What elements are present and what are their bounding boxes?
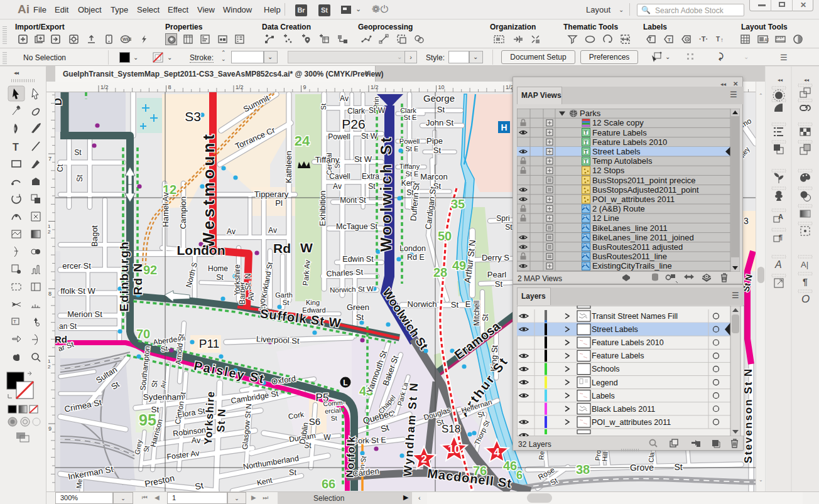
- svg-text:9: 9: [48, 426, 52, 432]
- svg-text:Feature Labels 2010: Feature Labels 2010: [592, 338, 664, 347]
- svg-text:6: 6: [516, 469, 523, 481]
- svg-text:Schools: Schools: [592, 365, 619, 373]
- svg-text:Westmount: Westmount: [199, 131, 218, 248]
- svg-text:St: St: [368, 182, 376, 191]
- svg-text:Av: Av: [340, 94, 349, 103]
- svg-text:BikeLanes_line 2011_joined: BikeLanes_line 2011_joined: [592, 233, 694, 242]
- svg-text:Re: Re: [537, 451, 545, 460]
- svg-text:◂◂: ◂◂: [778, 77, 783, 83]
- svg-text:Clark: Clark: [347, 107, 366, 115]
- svg-text:¶: ¶: [803, 277, 808, 287]
- svg-text:Mont St: Mont St: [340, 196, 366, 205]
- svg-text:E: E: [465, 299, 471, 309]
- svg-text:Av: Av: [333, 182, 342, 191]
- svg-text:Campion: Campion: [178, 196, 188, 229]
- svg-text:Green: Green: [347, 303, 369, 312]
- svg-text:W: W: [300, 240, 313, 255]
- svg-text:King: King: [306, 299, 320, 306]
- svg-text:T: T: [13, 319, 16, 324]
- svg-text:8: 8: [168, 84, 171, 90]
- svg-text:St: St: [481, 314, 490, 321]
- svg-text:Tiffany: Tiffany: [315, 155, 340, 164]
- svg-text:10: 10: [448, 443, 460, 456]
- svg-text:P11: P11: [199, 337, 219, 350]
- svg-text:Feature Labels: Feature Labels: [592, 351, 644, 360]
- svg-text:1: 1: [48, 223, 51, 229]
- svg-text:St: St: [289, 468, 296, 477]
- svg-text:T: T: [668, 37, 671, 43]
- svg-text:◂◂: ◂◂: [804, 77, 809, 83]
- svg-text:T: T: [716, 36, 720, 43]
- svg-text:St: St: [674, 462, 682, 472]
- svg-text:12 Stops: 12 Stops: [592, 166, 625, 175]
- svg-text:St E: St E: [406, 145, 419, 153]
- svg-text:POI_w_attributes 2011: POI_w_attributes 2011: [592, 195, 675, 204]
- svg-text:Edwin St: Edwin St: [342, 255, 374, 264]
- svg-text:Kathleen: Kathleen: [284, 151, 293, 183]
- svg-text:Tiffany: Tiffany: [399, 163, 420, 170]
- svg-text:T: T: [584, 129, 588, 136]
- svg-text:Pl: Pl: [275, 198, 283, 208]
- svg-text:Marcon: Marcon: [420, 172, 447, 181]
- svg-text:St W: St W: [354, 154, 372, 164]
- svg-text:St: St: [356, 313, 364, 322]
- svg-text:St E: St E: [406, 170, 419, 178]
- svg-text:Woolwich St: Woolwich St: [377, 135, 394, 252]
- svg-text:Av: Av: [159, 380, 167, 389]
- svg-text:70: 70: [136, 327, 150, 341]
- svg-text:2: 2: [48, 229, 51, 235]
- svg-text:H: H: [501, 122, 507, 132]
- svg-text:Av: Av: [192, 436, 201, 445]
- svg-text:St: St: [74, 148, 82, 157]
- svg-text:¶: ¶: [779, 233, 783, 241]
- svg-text:Pipe: Pipe: [426, 136, 443, 146]
- svg-text:W: W: [323, 433, 331, 442]
- svg-text:A: A: [774, 259, 782, 270]
- svg-text:Ct: Ct: [56, 164, 65, 172]
- svg-text:St: St: [149, 380, 159, 388]
- svg-text:A1: A1: [764, 38, 769, 42]
- svg-text:Feature Labels 2010: Feature Labels 2010: [592, 137, 667, 147]
- svg-text:Feature Labels: Feature Labels: [592, 128, 647, 137]
- svg-text:A: A: [778, 213, 783, 220]
- svg-text:1: 1: [48, 358, 51, 364]
- svg-text:an St: an St: [59, 322, 77, 331]
- svg-text:Street Labels: Street Labels: [592, 325, 638, 334]
- svg-text:Parks: Parks: [580, 109, 601, 118]
- svg-text:St: St: [437, 105, 445, 114]
- svg-text:T: T: [584, 139, 588, 146]
- svg-text:BikeLanes_line 2011: BikeLanes_line 2011: [592, 223, 668, 233]
- svg-text:T: T: [13, 142, 19, 153]
- svg-text:St W: St W: [361, 132, 378, 141]
- svg-text:12 Line: 12 Line: [592, 213, 619, 223]
- svg-text:Grove: Grove: [630, 463, 654, 473]
- svg-text:Rd E: Rd E: [407, 253, 425, 262]
- svg-text:S6: S6: [309, 416, 320, 427]
- svg-text:66: 66: [322, 477, 335, 491]
- svg-text:St: St: [75, 174, 84, 182]
- svg-text:Mitchell: Mitchell: [472, 301, 481, 326]
- svg-text:Av: Av: [227, 227, 236, 236]
- svg-text:12 Scale copy: 12 Scale copy: [592, 118, 644, 127]
- svg-text:D: D: [55, 98, 64, 105]
- svg-text:St: St: [451, 300, 459, 309]
- svg-text:Powell: Powell: [399, 137, 420, 145]
- svg-text:T: T: [584, 158, 588, 164]
- svg-text:Garth: Garth: [275, 291, 293, 299]
- svg-text:BusStops2011_point precice: BusStops2011_point precice: [592, 176, 696, 185]
- svg-text:BusRoutes2011_line: BusRoutes2011_line: [592, 252, 667, 261]
- svg-text:2: 2: [421, 453, 426, 465]
- svg-text:BusRoutes2011 adjusted: BusRoutes2011 adjusted: [592, 242, 683, 252]
- svg-text:9: 9: [303, 84, 306, 90]
- svg-text:P26: P26: [342, 117, 365, 131]
- svg-text:10: 10: [438, 84, 445, 90]
- svg-text:3: 3: [744, 216, 749, 226]
- svg-text:POI_w_attributes 2011: POI_w_attributes 2011: [592, 418, 671, 427]
- svg-text:ExistingCityTrails_line: ExistingCityTrails_line: [592, 261, 672, 271]
- svg-text:L: L: [343, 378, 347, 387]
- svg-text:Street Labels: Street Labels: [592, 147, 641, 156]
- svg-text:St: St: [283, 299, 289, 306]
- svg-text:St: St: [433, 146, 442, 155]
- svg-text:↑: ↑: [720, 36, 724, 43]
- svg-text:35: 35: [451, 197, 465, 211]
